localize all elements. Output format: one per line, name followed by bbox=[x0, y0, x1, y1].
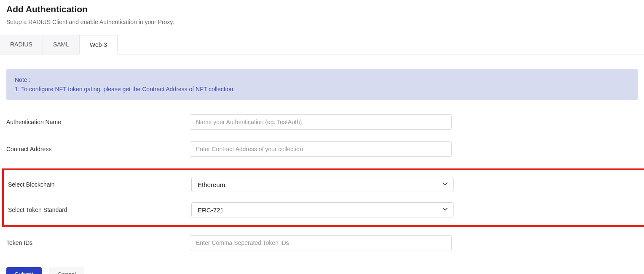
row-blockchain: Select Blockchain Ethereum bbox=[8, 177, 644, 192]
token-standard-select[interactable]: ERC-721 bbox=[191, 202, 453, 217]
page-subtitle: Setup a RADIUS Client and enable Authent… bbox=[6, 19, 638, 25]
label-token-ids: Token IDs bbox=[6, 239, 190, 246]
note-box: Note : 1. To configure NFT token gating,… bbox=[6, 69, 638, 100]
note-line-1: 1. To configure NFT token gating, please… bbox=[15, 86, 629, 92]
label-auth-name: Authentication Name bbox=[6, 119, 190, 125]
blockchain-select[interactable]: Ethereum bbox=[191, 177, 453, 192]
tab-radius[interactable]: RADIUS bbox=[0, 35, 43, 54]
label-token-standard: Select Token Standard bbox=[8, 206, 191, 213]
label-blockchain: Select Blockchain bbox=[8, 181, 191, 188]
row-token-standard: Select Token Standard ERC-721 bbox=[8, 202, 644, 217]
tabs: RADIUS SAML Web-3 bbox=[0, 35, 644, 54]
row-auth-name: Authentication Name bbox=[6, 114, 638, 130]
tab-web3[interactable]: Web-3 bbox=[79, 35, 118, 54]
button-row: Submit Cancel bbox=[6, 267, 638, 274]
page-title: Add Authentication bbox=[6, 4, 638, 14]
row-contract-address: Contract Address bbox=[6, 141, 638, 157]
cancel-button[interactable]: Cancel bbox=[49, 267, 85, 274]
highlighted-section: Select Blockchain Ethereum Select Token … bbox=[2, 168, 644, 227]
token-ids-input[interactable] bbox=[190, 235, 452, 250]
label-contract-address: Contract Address bbox=[6, 146, 190, 152]
auth-name-input[interactable] bbox=[190, 114, 452, 130]
note-title: Note : bbox=[15, 76, 629, 83]
contract-address-input[interactable] bbox=[190, 141, 452, 157]
tab-saml[interactable]: SAML bbox=[43, 35, 80, 54]
submit-button[interactable]: Submit bbox=[6, 267, 42, 274]
row-token-ids: Token IDs bbox=[6, 235, 638, 250]
